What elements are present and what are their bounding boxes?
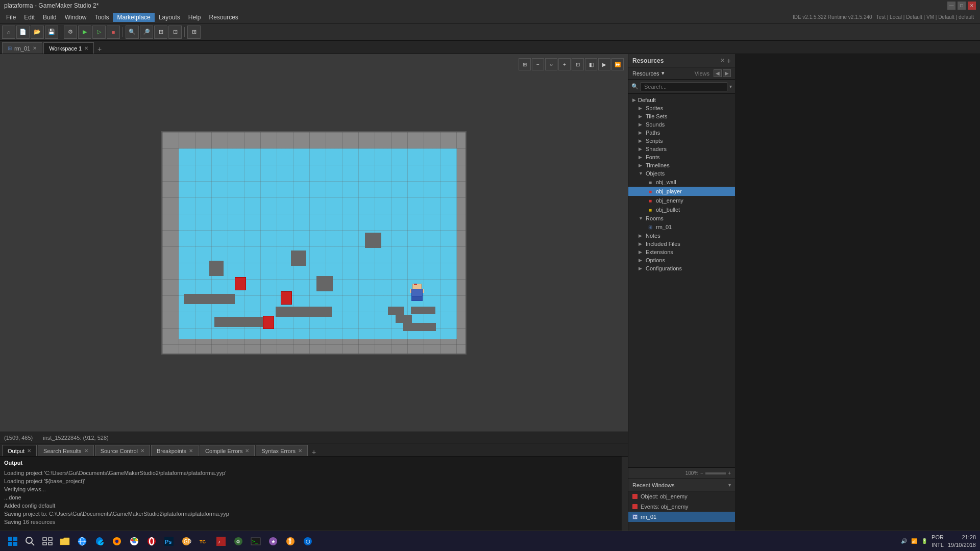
tab-syntax-errors-close[interactable]: ✕ [298,448,302,454]
menu-edit[interactable]: Edit [20,13,39,22]
menu-tools[interactable]: Tools [90,13,113,22]
tree-item-extensions[interactable]: ▶ Extensions [628,248,735,256]
tree-item-obj-player[interactable]: ■ obj_player [628,187,735,196]
tab-syntax-errors[interactable]: Syntax Errors ✕ [256,445,308,456]
tab-workspace1[interactable]: Workspace 1 ✕ [43,42,94,54]
run-button[interactable]: ▶ [78,26,91,39]
menu-window[interactable]: Window [61,13,91,22]
tab-rm01-close[interactable]: ✕ [33,45,37,51]
tree-item-tilesets[interactable]: ▶ Tile Sets [628,112,735,120]
taskbar-app2-button[interactable]: ♪ [213,534,229,549]
menu-build[interactable]: Build [39,13,61,22]
tab-workspace1-close[interactable]: ✕ [84,45,88,51]
tree-item-scripts[interactable]: ▶ Scripts [628,137,735,145]
tree-item-options[interactable]: ▶ Options [628,256,735,264]
taskbar-edge-button[interactable] [92,534,107,549]
search-input[interactable] [641,82,727,91]
taskbar-task-view-button[interactable] [40,534,55,549]
tree-item-obj-enemy[interactable]: ■ obj_enemy [628,196,735,205]
maximize-button[interactable]: □ [958,2,966,10]
taskbar-goldendict-button[interactable]: GD [179,534,194,549]
minimize-button[interactable]: — [947,2,955,10]
canvas-zoom-reset-button[interactable]: ○ [545,58,557,70]
menu-layouts[interactable]: Layouts [155,13,184,22]
tab-output-close[interactable]: ✕ [27,448,31,454]
tab-add-button[interactable]: + [95,44,104,54]
bottom-tab-add-button[interactable]: + [309,448,319,456]
tree-group-rooms[interactable]: ▼ Rooms [628,214,735,222]
taskbar-app3-button[interactable]: ⚙ [231,534,246,549]
taskbar-firefox-button[interactable] [109,534,125,549]
tree-item-fonts[interactable]: ▶ Fonts [628,153,735,161]
tree-item-rm01[interactable]: ⊞ rm_01 [628,222,735,232]
nav-forward-button[interactable]: ▶ [723,69,731,77]
zoom-reset-button[interactable]: ⊞ [154,26,167,39]
resources-close-button[interactable]: ✕ [720,57,725,64]
taskbar-ie-button[interactable] [75,534,90,549]
tree-item-obj-wall[interactable]: ■ obj_wall [628,178,735,187]
taskbar-photoshop-button[interactable]: Ps [161,534,177,549]
canvas-fit-button[interactable]: ⊡ [572,58,584,70]
tree-item-sounds[interactable]: ▶ Sounds [628,120,735,129]
taskbar-chrome-button[interactable] [127,534,142,549]
recent-item-obj-enemy[interactable]: Object: obj_enemy [628,491,735,502]
stop-button[interactable]: ■ [107,26,120,39]
canvas-area[interactable]: ⊞ − ○ + ⊡ ◧ ▶ ⏩ [0,54,628,432]
menu-resources[interactable]: Resources [205,13,242,22]
tab-breakpoints[interactable]: Breakpoints ✕ [151,445,199,456]
menu-marketplace[interactable]: Marketplace [113,13,154,22]
recent-item-rm01[interactable]: ⊞ rm_01 [628,512,735,522]
tree-item-configurations[interactable]: ▶ Configurations [628,264,735,272]
taskbar-opera-button[interactable] [144,534,159,549]
close-button[interactable]: ✕ [968,2,976,10]
taskbar-explorer-button[interactable] [57,534,72,549]
taskbar-totalcmd-button[interactable]: TC [196,534,211,549]
taskbar-bitcoin-button[interactable]: ₿ [283,534,298,549]
zoom-decrease-button[interactable]: − [700,470,703,476]
tree-item-included-files[interactable]: ▶ Included Files [628,240,735,248]
recent-item-events-obj-enemy[interactable]: Events: obj_enemy [628,502,735,512]
layout-button[interactable]: ⊞ [187,26,201,39]
tab-output[interactable]: Output ✕ [2,445,37,456]
canvas-record-button[interactable]: ⏩ [611,58,624,70]
tree-group-objects[interactable]: ▼ Objects [628,169,735,178]
taskbar-app4-button[interactable]: ★ [265,534,281,549]
tree-group-default[interactable]: ▶ Default [628,96,735,104]
tree-item-paths[interactable]: ▶ Paths [628,129,735,137]
debug-button[interactable]: ▷ [92,26,106,39]
zoom-out-button[interactable]: 🔎 [140,26,153,39]
tab-compile-errors-close[interactable]: ✕ [245,448,249,454]
settings-button[interactable]: ⚙ [64,26,77,39]
menu-help[interactable]: Help [184,13,205,22]
canvas-play-button[interactable]: ▶ [598,58,610,70]
menu-file[interactable]: File [2,13,20,22]
tree-item-obj-bullet[interactable]: ■ obj_bullet [628,205,735,214]
tab-source-control[interactable]: Source Control ✕ [95,445,150,456]
nav-back-button[interactable]: ◀ [714,69,722,77]
tab-compile-errors[interactable]: Compile Errors ✕ [200,445,255,456]
taskbar-start-button[interactable] [5,534,20,549]
new-button[interactable]: 📄 [16,26,30,39]
save-button[interactable]: 💾 [45,26,58,39]
grid-view-button[interactable]: ⊞ [519,58,531,70]
open-button[interactable]: 📂 [31,26,44,39]
tab-search-results[interactable]: Search Results ✕ [38,445,94,456]
tab-rm01[interactable]: ⊞ rm_01 ✕ [2,42,42,54]
zoom-in-button[interactable]: 🔍 [126,26,139,39]
search-dropdown-button[interactable]: ▾ [729,84,732,89]
canvas-zoom-in-button[interactable]: + [558,58,571,70]
tab-source-control-close[interactable]: ✕ [140,448,144,454]
taskbar-terminal-button[interactable]: >_ [248,534,263,549]
zoom-increase-button[interactable]: + [728,470,731,476]
recent-windows-collapse[interactable]: ▾ [728,482,731,488]
resources-dropdown[interactable]: Resources ▾ [632,70,665,77]
tree-item-notes[interactable]: ▶ Notes [628,232,735,240]
tab-search-results-close[interactable]: ✕ [84,448,88,454]
tab-breakpoints-close[interactable]: ✕ [189,448,193,454]
tree-item-sprites[interactable]: ▶ Sprites [628,104,735,112]
tree-item-shaders[interactable]: ▶ Shaders [628,145,735,153]
grid-button[interactable]: ⊡ [168,26,182,39]
canvas-view-button[interactable]: ◧ [585,58,597,70]
taskbar-app5-button[interactable]: ⬡ [300,534,315,549]
canvas-zoom-out-button[interactable]: − [532,58,544,70]
